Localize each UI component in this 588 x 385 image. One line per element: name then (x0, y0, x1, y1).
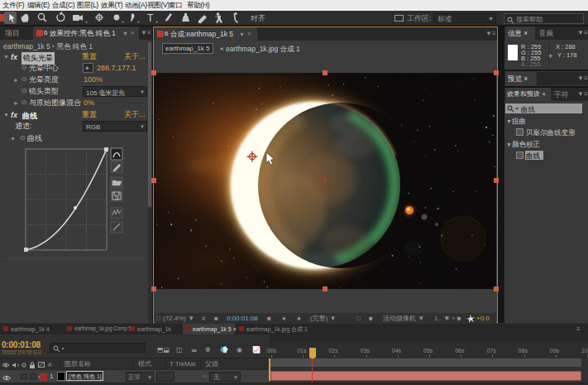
svg-text:T: T (147, 12, 154, 24)
